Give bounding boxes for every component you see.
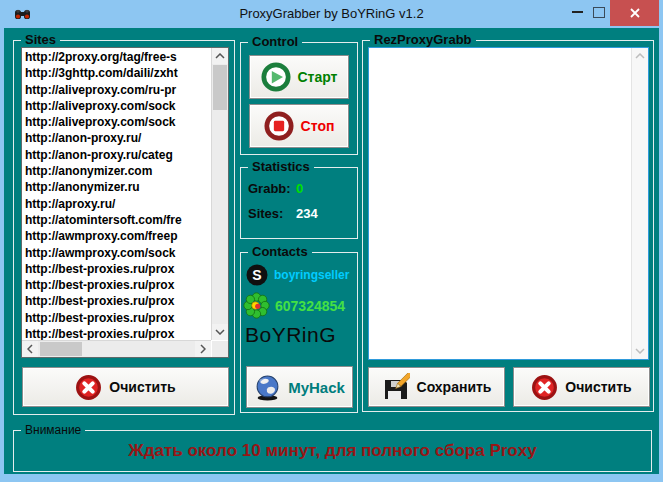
- scroll-down-button[interactable]: [212, 324, 228, 340]
- myhack-button-label: MyHack: [288, 379, 345, 396]
- save-button-label: Сохранить: [417, 379, 492, 395]
- list-item[interactable]: http://best-proxies.ru/prox: [22, 326, 211, 340]
- skype-username: boyringseller: [274, 268, 349, 282]
- minimize-icon: [572, 11, 583, 13]
- control-group: Control Старт Стоп: [240, 42, 358, 155]
- scroll-right-button[interactable]: [195, 341, 211, 357]
- scroll-thumb[interactable]: [40, 342, 82, 356]
- sites-count-label: Sites:: [248, 206, 296, 221]
- chevron-right-icon: [200, 344, 206, 354]
- contacts-group-label: Contacts: [248, 245, 312, 259]
- control-group-label: Control: [248, 35, 302, 49]
- play-circle-icon: [261, 62, 291, 92]
- statistics-group: Statistics Grabb: 0 Sites: 234: [240, 167, 358, 239]
- svg-text:S: S: [252, 267, 261, 283]
- stop-button-label: Стоп: [301, 118, 335, 134]
- app-window: ProxyGrabber by BoYRinG v1.2 Sites http:…: [0, 0, 663, 482]
- list-item[interactable]: http://atomintersoft.com/fre: [22, 212, 211, 228]
- start-button[interactable]: Старт: [249, 55, 349, 99]
- save-result-button[interactable]: Сохранить: [368, 367, 505, 407]
- close-icon: [629, 7, 641, 19]
- minimize-button[interactable]: [566, 0, 588, 24]
- scrollbar-corner: [212, 341, 228, 357]
- scroll-up-button[interactable]: [212, 48, 228, 64]
- maximize-button[interactable]: [588, 0, 610, 24]
- client-area: Sites http://2proxy.org/tag/free-shttp:/…: [4, 28, 659, 474]
- clear-result-label: Очистить: [565, 379, 631, 395]
- grabb-label: Grabb:: [248, 181, 296, 196]
- red-cross-circle-icon: [531, 374, 558, 401]
- result-group-label: RezProxyGrabb: [370, 33, 476, 47]
- chevron-up-icon: [635, 53, 645, 59]
- floppy-pencil-icon: [382, 373, 410, 401]
- icq-contact-row: 607324854: [243, 292, 345, 319]
- sites-vertical-scrollbar[interactable]: [211, 48, 228, 340]
- list-item[interactable]: http://aproxy.ru/: [22, 196, 211, 212]
- chevron-down-icon: [215, 329, 225, 335]
- scroll-down-button[interactable]: [632, 343, 648, 359]
- result-textbox[interactable]: [368, 47, 649, 360]
- close-button[interactable]: [610, 0, 659, 26]
- chevron-down-icon: [635, 348, 645, 354]
- list-item[interactable]: http://anonymizer.com: [22, 163, 211, 179]
- brand-text: BoYRinG: [245, 323, 336, 347]
- list-item[interactable]: http://awmproxy.com/freep: [22, 228, 211, 244]
- myhack-button[interactable]: MyHack: [246, 366, 353, 408]
- sites-count-value: 234: [296, 206, 318, 221]
- scroll-left-button[interactable]: [22, 341, 38, 357]
- globe-icon: [254, 374, 281, 401]
- grabb-stat-row: Grabb: 0: [248, 181, 303, 196]
- sites-group-label: Sites: [21, 33, 60, 47]
- contacts-group: Contacts S boyringseller: [240, 252, 358, 413]
- sites-group: Sites http://2proxy.org/tag/free-shttp:/…: [13, 40, 235, 415]
- sites-horizontal-scrollbar[interactable]: [22, 340, 211, 357]
- list-item[interactable]: http://awmproxy.com/sock: [22, 245, 211, 261]
- scroll-thumb[interactable]: [213, 65, 227, 110]
- icq-flower-icon: [243, 292, 270, 319]
- clear-result-button[interactable]: Очистить: [513, 367, 650, 407]
- list-item[interactable]: http://best-proxies.ru/prox: [22, 261, 211, 277]
- list-item[interactable]: http://aliveproxy.com/ru-pr: [22, 82, 211, 98]
- list-item[interactable]: http://aliveproxy.com/sock: [22, 114, 211, 130]
- title-bar[interactable]: ProxyGrabber by BoYRinG v1.2: [0, 0, 663, 28]
- window-title: ProxyGrabber by BoYRinG v1.2: [0, 0, 663, 26]
- stop-circle-icon: [264, 111, 294, 141]
- list-item[interactable]: http://3ghttp.com/daili/zxht: [22, 65, 211, 81]
- list-item[interactable]: http://aliveproxy.com/sock: [22, 98, 211, 114]
- statistics-group-label: Statistics: [248, 160, 314, 174]
- list-item[interactable]: http://best-proxies.ru/prox: [22, 310, 211, 326]
- result-group: RezProxyGrabb: [362, 40, 654, 412]
- scroll-up-button[interactable]: [632, 48, 648, 64]
- clear-sites-label: Очистить: [109, 379, 175, 395]
- list-item[interactable]: http://best-proxies.ru/prox: [22, 277, 211, 293]
- chevron-up-icon: [215, 53, 225, 59]
- result-vertical-scrollbar[interactable]: [631, 48, 648, 359]
- maximize-icon: [593, 7, 605, 18]
- sites-list-items: http://2proxy.org/tag/free-shttp://3ghtt…: [22, 49, 211, 340]
- chevron-left-icon: [27, 344, 33, 354]
- start-button-label: Старт: [298, 69, 338, 85]
- skype-icon: S: [245, 263, 269, 287]
- list-item[interactable]: http://anon-proxy.ru/categ: [22, 147, 211, 163]
- list-item[interactable]: http://anon-proxy.ru/: [22, 130, 211, 146]
- warning-text: Ждать около 10 минут, для полного сбора …: [14, 431, 651, 471]
- red-cross-circle-icon: [75, 374, 102, 401]
- skype-contact-row: S boyringseller: [245, 263, 349, 287]
- list-item[interactable]: http://anonymizer.ru: [22, 179, 211, 195]
- clear-sites-button[interactable]: Очистить: [22, 367, 229, 407]
- warning-group: Внимание Ждать около 10 минут, для полно…: [13, 430, 652, 472]
- grabb-value: 0: [296, 181, 303, 196]
- sites-listbox[interactable]: http://2proxy.org/tag/free-shttp://3ghtt…: [21, 47, 229, 358]
- warning-group-label: Внимание: [21, 423, 85, 437]
- icq-number: 607324854: [275, 298, 345, 314]
- list-item[interactable]: http://2proxy.org/tag/free-s: [22, 49, 211, 65]
- list-item[interactable]: http://best-proxies.ru/prox: [22, 293, 211, 309]
- stop-button[interactable]: Стоп: [249, 104, 349, 148]
- sites-stat-row: Sites: 234: [248, 206, 318, 221]
